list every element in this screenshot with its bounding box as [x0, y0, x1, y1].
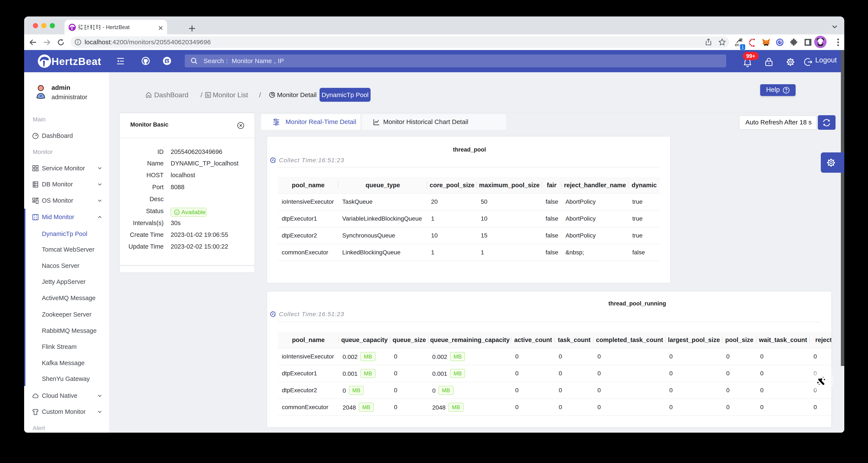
svg-text:en: en — [735, 43, 739, 47]
